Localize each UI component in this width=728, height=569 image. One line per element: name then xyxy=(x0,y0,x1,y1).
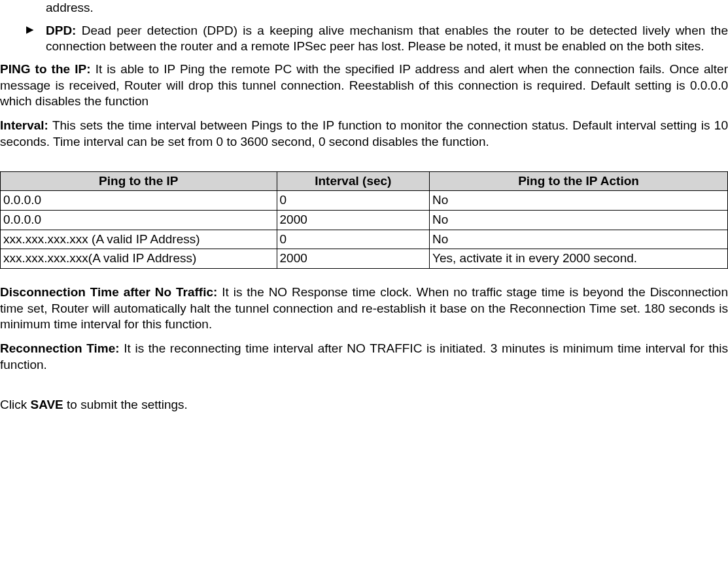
interval-paragraph: Interval: This sets the time interval be… xyxy=(0,118,728,150)
cell-ping-ip: xxx.xxx.xxx.xxx (A valid IP Address) xyxy=(1,230,277,249)
disconnection-label: Disconnection Time after No Traffic: xyxy=(0,285,217,299)
save-line: Click SAVE to submit the settings. xyxy=(0,397,728,413)
reconnection-paragraph: Reconnection Time: It is the reconnectin… xyxy=(0,341,728,373)
cell-action: No xyxy=(430,191,728,211)
reconnection-label: Reconnection Time: xyxy=(0,341,120,355)
interval-text: This sets the time interval between Ping… xyxy=(0,118,728,148)
cell-interval: 2000 xyxy=(277,249,430,269)
table-header-row: Ping to the IP Interval (sec) Ping to th… xyxy=(1,171,728,191)
cell-ping-ip: xxx.xxx.xxx.xxx(A valid IP Address) xyxy=(1,249,277,269)
fragment-address: address. xyxy=(46,0,728,16)
col-header-ping-ip: Ping to the IP xyxy=(1,171,277,191)
bullet-marker-icon: ▶ xyxy=(26,23,46,55)
cell-interval: 0 xyxy=(277,191,430,211)
table-row: xxx.xxx.xxx.xxx (A valid IP Address) 0 N… xyxy=(1,230,728,249)
table-row: 0.0.0.0 0 No xyxy=(1,191,728,211)
save-bold: SAVE xyxy=(30,398,63,411)
cell-interval: 0 xyxy=(277,230,430,249)
ping-table: Ping to the IP Interval (sec) Ping to th… xyxy=(0,171,728,269)
save-suffix: to submit the settings. xyxy=(63,398,188,411)
dpd-label: DPD: xyxy=(46,24,76,37)
table-row: xxx.xxx.xxx.xxx(A valid IP Address) 2000… xyxy=(1,249,728,269)
col-header-interval: Interval (sec) xyxy=(277,171,430,191)
dpd-text: Dead peer detection (DPD) is a keeping a… xyxy=(46,24,728,54)
table-row: 0.0.0.0 2000 No xyxy=(1,210,728,230)
ping-to-ip-paragraph: PING to the IP: It is able to IP Ping th… xyxy=(0,61,728,110)
cell-interval: 2000 xyxy=(277,210,430,230)
cell-ping-ip: 0.0.0.0 xyxy=(1,210,277,230)
cell-action: No xyxy=(430,210,728,230)
disconnection-paragraph: Disconnection Time after No Traffic: It … xyxy=(0,284,728,333)
col-header-action: Ping to the IP Action xyxy=(430,171,728,191)
ping-to-ip-label: PING to the IP: xyxy=(0,62,91,76)
interval-label: Interval: xyxy=(0,118,48,132)
bullet-dpd-content: DPD: Dead peer detection (DPD) is a keep… xyxy=(46,23,728,55)
save-prefix: Click xyxy=(0,398,30,411)
cell-action: Yes, activate it in every 2000 second. xyxy=(430,249,728,269)
bullet-dpd: ▶ DPD: Dead peer detection (DPD) is a ke… xyxy=(26,23,728,55)
ping-to-ip-text: It is able to IP Ping the remote PC with… xyxy=(0,62,728,108)
cell-ping-ip: 0.0.0.0 xyxy=(1,191,277,211)
cell-action: No xyxy=(430,230,728,249)
